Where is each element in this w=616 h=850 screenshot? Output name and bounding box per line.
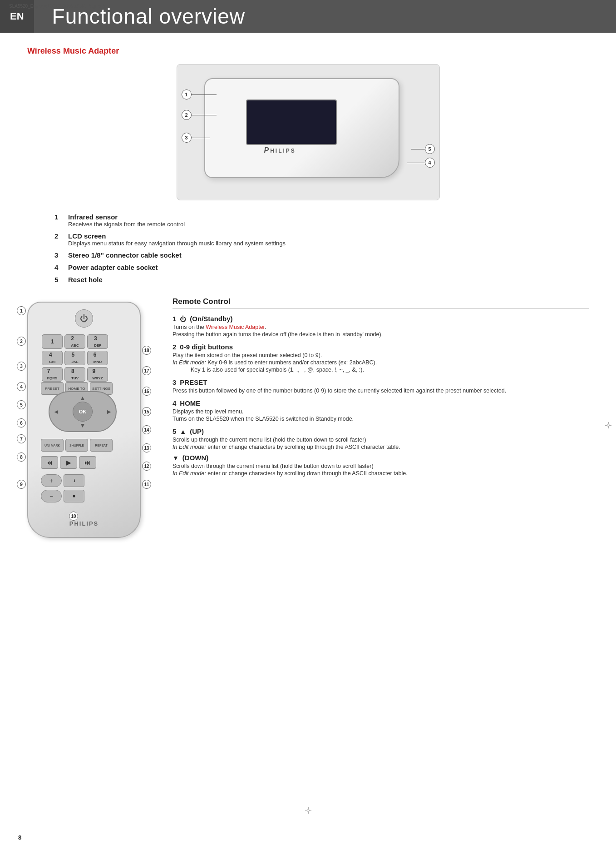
feature-num-2: 2: [54, 232, 68, 240]
col-left: 1 2 3 4 5 6 7 8 9 10 11 12 13 14 15 16 1…: [27, 297, 154, 538]
next-btn[interactable]: ⏭: [79, 456, 96, 469]
remote-callout-3: 3: [17, 362, 26, 371]
remote-callout-4: 4: [17, 382, 26, 391]
nav-left-arrow[interactable]: ◄: [53, 408, 59, 415]
remote-nav-pad: ▲ ▼ ◄ ► OK: [49, 391, 117, 432]
feature-num-3: 3: [54, 251, 68, 259]
feature-desc-2: Displays menu status for easy navigation…: [68, 240, 286, 247]
transport-row: ⏮ ▶ ⏭: [41, 456, 96, 469]
remote-callout-9: 9: [17, 480, 26, 489]
rc-up-symbol: ▲: [180, 428, 186, 435]
remote-btn-5[interactable]: 5JKL: [64, 351, 85, 365]
remote-image: 1 2 3 4 5 6 7 8 9 10 11 12 13 14 15 16 1…: [27, 302, 141, 538]
rc-item-4: 4 HOME Displays the top level menu. Turn…: [172, 399, 589, 422]
reg-mark-right: [605, 422, 611, 428]
rc-desc-5up: Scrolls up through the current menu list…: [172, 437, 589, 443]
remote-btn-8[interactable]: 8TUV: [64, 367, 85, 382]
vol-up-btn[interactable]: +: [41, 474, 62, 487]
callout-line-3: [192, 138, 210, 138]
rc-power-symbol: ⏻: [180, 315, 186, 323]
feature-item-2: 2 LCD screen Displays menu status for ea…: [54, 232, 589, 247]
feature-content-5: Reset hole: [68, 276, 103, 283]
remote-power-button[interactable]: ⏻: [75, 309, 93, 328]
rc-num-4: 4: [172, 399, 176, 407]
remote-callout-10: 10: [69, 512, 78, 521]
main-content: Wireless Music Adapter PHILIPS 1 2 3 4 5: [0, 46, 616, 556]
uni-mark-btn[interactable]: UNI MARK: [41, 439, 64, 452]
remote-btn-1[interactable]: 1: [42, 334, 63, 349]
file-metadata: SLA5520_Eng*.qxd 02-06-2005 16:43 Pagina…: [9, 4, 105, 9]
rc-desc-3: Press this button followed by one of the…: [172, 388, 589, 394]
feature-num-1: 1: [54, 213, 68, 221]
nav-up-arrow[interactable]: ▲: [79, 394, 86, 402]
callout-4: 4: [425, 158, 435, 168]
remote-btn-7[interactable]: 7PQRS: [42, 367, 63, 382]
feature-item-5: 5 Reset hole: [54, 276, 589, 283]
rc-item-5: 5 ▲ (UP) Scrolls up through the current …: [172, 427, 589, 477]
media-buttons-row: UNI MARK SHUFFLE REPEAT: [41, 439, 113, 452]
rc-num-5: 5: [172, 427, 176, 435]
rc-title-5down: (DOWN): [182, 454, 208, 462]
feature-content-3: Stereo 1/8" connector cable socket: [68, 251, 182, 259]
stop-btn[interactable]: ■: [64, 490, 84, 502]
col-right: Remote Control 1 ⏻ (On/Standby) Turns on…: [172, 297, 589, 538]
rc-item-1: 1 ⏻ (On/Standby) Turns on the Wireless M…: [172, 315, 589, 338]
callout-line-5: [411, 149, 425, 149]
rc-down-symbol: ▼: [172, 454, 179, 462]
callout-5: 5: [425, 144, 435, 154]
feature-title-4: Power adapter cable socket: [68, 263, 158, 271]
feature-item-1: 1 Infrared sensor Receives the signals f…: [54, 213, 589, 228]
remote-btn-2[interactable]: 2ABC: [64, 334, 85, 349]
device-screen: [246, 99, 337, 145]
feature-item-3: 3 Stereo 1/8" connector cable socket: [54, 251, 589, 259]
callout-line-4: [407, 163, 425, 163]
prev-btn[interactable]: ⏮: [41, 456, 58, 469]
rc-desc-5up-italic: In Edit mode: enter or change characters…: [172, 444, 589, 450]
remote-brand: PHILIPS: [69, 520, 99, 527]
remote-callout-12: 12: [142, 462, 151, 471]
rc-desc-4a: Displays the top level menu.: [172, 408, 589, 415]
rc-title-2: 0-9 digit buttons: [180, 343, 233, 351]
remote-callout-2: 2: [17, 337, 26, 346]
repeat-btn[interactable]: REPEAT: [90, 439, 113, 452]
rc-desc-5down-italic: In Edit mode: enter or change characters…: [172, 470, 589, 477]
power-icon: ⏻: [80, 314, 88, 323]
device-image-container: PHILIPS 1 2 3 4 5: [27, 64, 589, 200]
rc-num-2: 2: [172, 343, 176, 351]
remote-callout-11: 11: [142, 480, 151, 489]
device-image: PHILIPS 1 2 3 4 5: [177, 64, 440, 200]
features-list: 1 Infrared sensor Receives the signals f…: [54, 213, 589, 283]
rc-title-1: (On/Standby): [190, 315, 232, 323]
rc-desc-2c: Key 1 is also used for special symbols (…: [191, 367, 589, 373]
reg-mark-bottom: [305, 807, 311, 814]
shuffle-btn[interactable]: SHUFFLE: [65, 439, 88, 452]
remote-callout-14: 14: [142, 425, 151, 434]
remote-callout-7: 7: [17, 434, 26, 443]
feature-title-5: Reset hole: [68, 276, 103, 283]
remote-btn-4[interactable]: 4GHI: [42, 351, 63, 365]
play-btn[interactable]: ▶: [60, 456, 77, 469]
wireless-section-title: Wireless Music Adapter: [27, 46, 589, 56]
remote-btn-9[interactable]: 9WXYZ: [87, 367, 108, 382]
device-body: PHILIPS: [204, 78, 399, 178]
nav-down-arrow[interactable]: ▼: [79, 422, 86, 429]
rc-num-1: 1: [172, 315, 176, 323]
remote-btn-6[interactable]: 6MNO: [87, 351, 108, 365]
feature-title-2: LCD screen: [68, 232, 286, 240]
vol-down-btn[interactable]: −: [41, 490, 62, 502]
feature-num-4: 4: [54, 263, 68, 271]
nav-right-arrow[interactable]: ►: [106, 408, 112, 415]
feature-title-3: Stereo 1/8" connector cable socket: [68, 251, 182, 259]
device-brand-label: PHILIPS: [264, 146, 296, 154]
remote-btn-3[interactable]: 3DEF: [87, 334, 108, 349]
feature-content-1: Infrared sensor Receives the signals fro…: [68, 213, 185, 228]
rc-title-3: PRESET: [180, 378, 207, 386]
remote-callout-8: 8: [17, 452, 26, 462]
ok-button[interactable]: OK: [73, 402, 93, 422]
feature-desc-1: Receives the signals from the remote con…: [68, 221, 185, 228]
rc-item-2: 2 0-9 digit buttons Play the item stored…: [172, 343, 589, 373]
rc-desc-1: Turns on the Wireless Music Adapter.: [172, 324, 589, 330]
info-btn[interactable]: ℹ: [64, 474, 84, 487]
page-number: 8: [18, 834, 21, 841]
remote-callout-16: 16: [142, 387, 151, 396]
